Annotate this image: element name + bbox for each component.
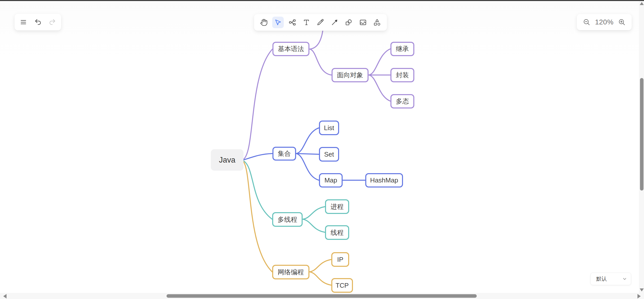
style-select-value: 默认 (596, 275, 607, 282)
whiteboard-canvas[interactable]: Java 基本语法 面向对象 继承 封装 多态 集合 List Set Map … (0, 0, 644, 299)
edge-oop-inherit (369, 49, 390, 75)
mindmap-node-process[interactable]: 进程 (325, 199, 349, 214)
edge-basicsyntax-oop (309, 49, 332, 75)
image-tool-button[interactable] (357, 17, 369, 28)
arrow-tool-button[interactable] (329, 17, 340, 28)
mindmap-node-set[interactable]: Set (319, 147, 339, 162)
menu-button[interactable] (18, 16, 29, 28)
top-edge-strip (0, 0, 644, 1)
edge-collections-list (296, 128, 319, 154)
mindmap-node-hashmap[interactable]: HashMap (365, 173, 403, 188)
mindmap-node-ip[interactable]: IP (331, 252, 349, 267)
undo-icon (34, 18, 42, 26)
redo-button[interactable] (47, 16, 58, 28)
zoom-control: 120% (577, 14, 632, 30)
edge-multithread-thread (303, 219, 325, 232)
mindmap-node-inheritance[interactable]: 继承 (390, 42, 414, 56)
image-icon (359, 19, 367, 26)
select-tool-button[interactable] (272, 17, 284, 28)
arrow-icon (331, 19, 338, 26)
mindmap-node-thread[interactable]: 线程 (325, 225, 349, 240)
style-select-dropdown[interactable]: 默认 (590, 273, 631, 285)
mindmap-node-encapsulation[interactable]: 封装 (390, 68, 414, 82)
horizontal-scrollbar-thumb[interactable] (167, 294, 477, 298)
edge-network-ip (309, 259, 331, 272)
scroll-left-arrow[interactable] (3, 294, 7, 298)
edge-root-multithread (243, 161, 272, 219)
edge-root-collections (243, 154, 272, 160)
toolbar-left (15, 14, 61, 30)
scroll-up-arrow[interactable] (640, 2, 644, 5)
mindmap-tool-button[interactable] (287, 17, 298, 28)
mindmap-node-oop[interactable]: 面向对象 (332, 68, 369, 82)
menu-icon (20, 18, 27, 26)
zoom-in-icon (618, 18, 626, 26)
mindmap-node-list[interactable]: List (319, 121, 339, 135)
toolbar-main (254, 14, 387, 31)
zoom-level-value: 120% (595, 18, 614, 26)
zoom-out-icon (583, 18, 590, 26)
graphics-tool-button[interactable] (371, 17, 383, 28)
text-icon (303, 19, 310, 26)
zoom-in-button[interactable] (616, 16, 628, 28)
edge-network-tcp (309, 272, 331, 285)
chevron-down-icon (622, 276, 627, 282)
text-tool-button[interactable] (301, 17, 312, 28)
hand-icon (260, 19, 268, 26)
edge-collections-map (296, 154, 319, 180)
mindmap-node-tcp[interactable]: TCP (331, 278, 353, 293)
shapes-icon (345, 19, 352, 26)
scroll-right-arrow[interactable] (637, 294, 641, 298)
mindmap-node-map[interactable]: Map (319, 173, 343, 188)
mindmap-node-multithreading[interactable]: 多线程 (272, 212, 303, 227)
zoom-out-button[interactable] (581, 16, 592, 28)
pen-tool-button[interactable] (315, 17, 326, 28)
mindmap-node-collections[interactable]: 集合 (272, 147, 296, 161)
pencil-icon (317, 19, 324, 26)
edge-oop-polymorph (369, 75, 390, 101)
hand-tool-button[interactable] (258, 17, 270, 28)
vertical-scrollbar-thumb[interactable] (640, 78, 643, 191)
shapes-panel-icon (373, 19, 381, 26)
mindmap-node-network[interactable]: 网络编程 (272, 265, 309, 279)
undo-button[interactable] (32, 16, 44, 28)
mindmap-icon (289, 19, 296, 26)
edge-root-basicsyntax (243, 49, 272, 160)
edge-multithread-process (303, 207, 325, 219)
mindmap-node-polymorphism[interactable]: 多态 (390, 94, 414, 108)
mindmap-node-basic-syntax[interactable]: 基本语法 (272, 42, 309, 56)
cursor-icon (274, 19, 282, 26)
mindmap-node-root[interactable]: Java (211, 149, 244, 171)
redo-icon (49, 18, 56, 26)
edge-collections-set (296, 154, 319, 154)
scroll-down-arrow[interactable] (640, 288, 644, 291)
edge-root-network (243, 161, 272, 272)
shape-tool-button[interactable] (343, 17, 354, 28)
